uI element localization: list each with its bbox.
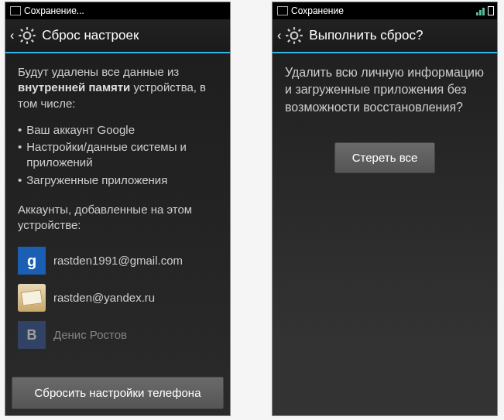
account-email: rastden1991@gmail.com xyxy=(53,253,183,268)
status-right-icons xyxy=(475,2,494,19)
signal-icon xyxy=(475,7,485,15)
svg-line-6 xyxy=(32,40,33,42)
svg-line-8 xyxy=(32,29,33,31)
svg-line-16 xyxy=(288,40,290,42)
confirm-text: Удалить всю личную информацию и загружен… xyxy=(285,64,485,116)
svg-line-14 xyxy=(288,29,290,31)
erase-all-button-label: Стереть все xyxy=(352,150,418,166)
account-email: rastden@yandex.ru xyxy=(53,290,155,306)
status-bar: Сохранение... xyxy=(5,2,230,19)
mail-icon xyxy=(18,284,46,312)
content-area: Будут удалены все данные из внутренней п… xyxy=(5,53,230,415)
svg-point-9 xyxy=(291,32,298,39)
erase-all-button[interactable]: Стереть все xyxy=(334,142,435,173)
intro-pre: Будут удалены все данные из xyxy=(18,65,179,78)
reset-phone-button-label: Сбросить настройки телефона xyxy=(35,385,201,401)
svg-line-15 xyxy=(299,40,300,42)
bullet-item: •Настройки/данные системы и приложений xyxy=(18,139,218,171)
bullet-item: •Ваш аккаунт Google xyxy=(18,122,218,138)
svg-line-17 xyxy=(299,29,300,31)
screen-title: Выполнить сброс? xyxy=(309,28,423,43)
screen-title: Сброс настроек xyxy=(42,28,139,43)
svg-point-0 xyxy=(24,32,31,39)
battery-icon xyxy=(488,6,494,15)
back-chevron-icon[interactable]: ‹ xyxy=(277,29,281,43)
picture-icon xyxy=(10,6,21,15)
google-icon: g xyxy=(18,247,46,275)
svg-line-7 xyxy=(21,40,22,42)
account-row[interactable]: rastden@yandex.ru xyxy=(18,279,218,316)
accounts-label: Аккаунты, добавленные на этом устройстве… xyxy=(18,202,218,234)
content-area: Удалить всю личную информацию и загружен… xyxy=(273,53,497,415)
intro-bold: внутренней памяти xyxy=(18,80,130,94)
gear-icon xyxy=(284,26,304,46)
status-bar: Сохранение xyxy=(273,2,497,19)
bullet-item: •Загруженные приложения xyxy=(18,172,218,188)
title-bar[interactable]: ‹ Сброс настроек xyxy=(5,19,230,53)
screenshot-confirm-reset: Сохранение ‹ Выполнить сброс? Удалить вс… xyxy=(272,2,498,416)
bullet-text: Настройки/данные системы и приложений xyxy=(26,139,218,171)
screenshot-reset-settings: Сохранение... ‹ Сброс настроек Будут уда… xyxy=(5,2,231,416)
vk-icon: B xyxy=(18,321,46,349)
bullet-text: Ваш аккаунт Google xyxy=(26,122,135,138)
account-email: Денис Ростов xyxy=(53,327,127,343)
intro-text: Будут удалены все данные из внутренней п… xyxy=(18,64,218,111)
account-row[interactable]: B Денис Ростов xyxy=(18,316,218,353)
picture-icon xyxy=(277,6,288,15)
status-text: Сохранение... xyxy=(24,5,84,16)
status-text: Сохранение xyxy=(291,5,344,16)
gear-icon xyxy=(17,26,37,46)
reset-phone-button[interactable]: Сбросить настройки телефона xyxy=(12,377,224,409)
back-chevron-icon[interactable]: ‹ xyxy=(10,29,14,43)
account-row[interactable]: g rastden1991@gmail.com xyxy=(18,242,218,279)
title-bar[interactable]: ‹ Выполнить сброс? xyxy=(273,19,497,53)
bullet-list: •Ваш аккаунт Google •Настройки/данные си… xyxy=(18,122,218,188)
bullet-text: Загруженные приложения xyxy=(26,172,167,188)
svg-line-5 xyxy=(21,29,22,31)
